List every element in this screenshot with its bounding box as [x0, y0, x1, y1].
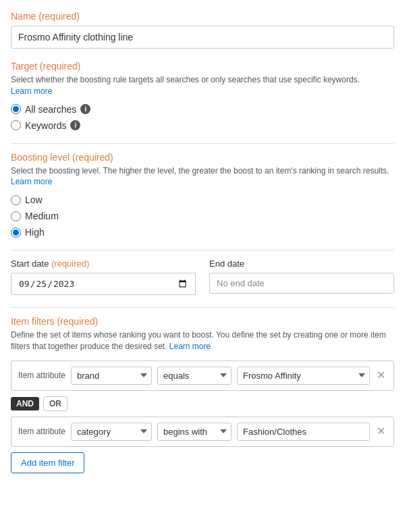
add-item-filter-button[interactable]: Add item filter: [11, 452, 84, 473]
filter-2-attribute-label: Item attribute: [18, 427, 65, 436]
logic-and-button[interactable]: AND: [11, 397, 39, 410]
date-section: Start date (required) End date No end da…: [11, 259, 394, 295]
target-learn-more[interactable]: Learn more: [11, 86, 52, 96]
radio-low[interactable]: Low: [11, 194, 394, 205]
divider-2: [11, 250, 394, 250]
target-description: Select whether the boosting rule targets…: [11, 74, 394, 97]
keywords-info-icon[interactable]: i: [70, 120, 80, 130]
filter-1-attribute-label: Item attribute: [18, 371, 65, 380]
boosting-section: Boosting level (required) Select the boo…: [11, 152, 394, 238]
filter-1-value-select[interactable]: Frosmo Affinity Other Brand: [237, 367, 370, 385]
boosting-label: Boosting level (required): [11, 152, 394, 163]
end-date-label: End date: [209, 259, 394, 269]
target-label: Target (required): [11, 61, 394, 72]
start-date-input[interactable]: [11, 273, 196, 295]
divider-1: [11, 143, 394, 144]
item-filters-section: Item filters (required) Define the set o…: [11, 316, 394, 473]
item-filters-label: Item filters (required): [11, 316, 394, 327]
end-date-placeholder: No end date: [209, 273, 394, 294]
filter-1-condition-select[interactable]: equals begins with contains: [157, 367, 232, 385]
filter-2-condition-select[interactable]: equals begins with contains: [157, 423, 232, 441]
filter-2-remove-button[interactable]: ✕: [375, 426, 387, 437]
filter-1-remove-button[interactable]: ✕: [375, 370, 387, 381]
divider-3: [11, 307, 394, 308]
name-section: Name (required): [11, 11, 394, 49]
boosting-learn-more[interactable]: Learn more: [11, 177, 52, 186]
name-label: Name (required): [11, 11, 394, 22]
logic-row: AND OR: [11, 396, 394, 411]
filter-2-attribute-select[interactable]: brand category price: [71, 423, 152, 441]
radio-all-searches[interactable]: All searches i: [11, 104, 394, 115]
boosting-radio-group: Low Medium High: [11, 194, 394, 238]
boosting-description: Select the boosting level. The higher th…: [11, 165, 394, 188]
filter-2-value-input[interactable]: [237, 423, 370, 441]
filter-1-attribute-select[interactable]: brand category price: [71, 367, 152, 385]
end-date-col: End date No end date: [209, 259, 394, 295]
start-date-label: Start date (required): [11, 259, 196, 269]
target-radio-group: All searches i Keywords i: [11, 104, 394, 131]
target-section: Target (required) Select whether the boo…: [11, 61, 394, 131]
name-input[interactable]: [11, 26, 394, 49]
date-row: Start date (required) End date No end da…: [11, 259, 394, 295]
filter-rows-container: Item attribute brand category price equa…: [11, 361, 394, 447]
item-filters-description: Define the set of items whose ranking yo…: [11, 329, 394, 352]
start-date-col: Start date (required): [11, 259, 196, 295]
radio-keywords[interactable]: Keywords i: [11, 120, 394, 131]
all-searches-info-icon[interactable]: i: [80, 104, 90, 114]
radio-medium[interactable]: Medium: [11, 211, 394, 221]
radio-high[interactable]: High: [11, 227, 394, 238]
item-filters-learn-more[interactable]: Learn more: [169, 342, 211, 351]
logic-or-button[interactable]: OR: [43, 396, 68, 411]
filter-row-2: Item attribute brand category price equa…: [11, 417, 394, 447]
filter-row-1: Item attribute brand category price equa…: [11, 361, 394, 391]
